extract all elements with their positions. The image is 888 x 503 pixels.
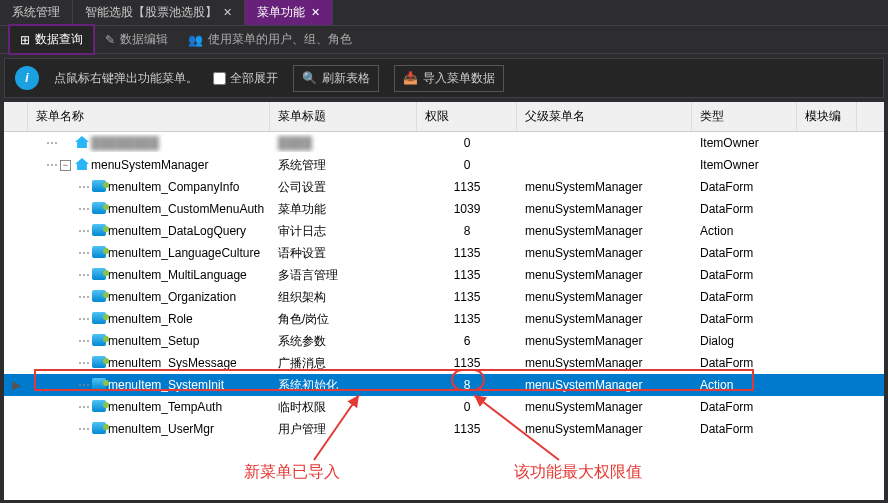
row-name: menuItem_LanguageCulture xyxy=(108,246,260,260)
row-name: menuItem_Setup xyxy=(108,334,199,348)
row-parent: menuSystemManager xyxy=(517,420,692,438)
row-name: menuItem_MultiLanguage xyxy=(108,268,247,282)
sub-tab[interactable]: ⊞数据查询 xyxy=(8,24,95,55)
top-tab[interactable]: 智能选股【股票池选股】✕ xyxy=(73,0,245,25)
table-row[interactable]: ⋯menuItem_Setup系统参数6menuSystemManagerDia… xyxy=(4,330,884,352)
tree-toggle[interactable]: − xyxy=(60,160,71,171)
table-row[interactable]: ⋯menuItem_CompanyInfo公司设置1135menuSystemM… xyxy=(4,176,884,198)
sub-tab[interactable]: ✎数据编辑 xyxy=(95,26,178,53)
user-icon xyxy=(92,400,106,414)
user-icon xyxy=(92,422,106,436)
row-title: 组织架构 xyxy=(270,287,417,308)
row-type: DataForm xyxy=(692,310,797,328)
row-type: DataForm xyxy=(692,266,797,284)
home-icon xyxy=(75,158,89,172)
row-marker: ▶ xyxy=(4,378,28,392)
row-name: menuItem_TempAuth xyxy=(108,400,222,414)
row-title: 系统初始化 xyxy=(270,375,417,396)
header-type[interactable]: 类型 xyxy=(692,102,797,131)
row-name: menuItem_SysMessage xyxy=(108,356,237,370)
sub-tabs: ⊞数据查询✎数据编辑👥使用菜单的用户、组、角色 xyxy=(0,26,888,54)
close-icon[interactable]: ✕ xyxy=(223,6,232,19)
user-icon xyxy=(92,312,106,326)
row-auth: 1039 xyxy=(417,200,517,218)
expand-all-checkbox[interactable]: 全部展开 xyxy=(213,70,278,87)
header-title[interactable]: 菜单标题 xyxy=(270,102,417,131)
row-type: DataForm xyxy=(692,200,797,218)
import-icon: 📥 xyxy=(403,71,418,85)
table-row[interactable]: ⋯−menuSystemManager系统管理0ItemOwner xyxy=(4,154,884,176)
close-icon[interactable]: ✕ xyxy=(311,6,320,19)
row-parent xyxy=(517,141,692,145)
import-button[interactable]: 📥 导入菜单数据 xyxy=(394,65,504,92)
row-type: DataForm xyxy=(692,420,797,438)
table-row[interactable]: ⋯menuItem_MultiLanguage多语言管理1135menuSyst… xyxy=(4,264,884,286)
user-icon xyxy=(92,224,106,238)
table-row[interactable]: ⋯menuItem_CustomMenuAuth菜单功能1039menuSyst… xyxy=(4,198,884,220)
row-auth: 0 xyxy=(417,398,517,416)
header-parent[interactable]: 父级菜单名 xyxy=(517,102,692,131)
table-row[interactable]: ⋯menuItem_SysMessage广播消息1135menuSystemMa… xyxy=(4,352,884,374)
row-parent: menuSystemManager xyxy=(517,266,692,284)
row-parent: menuSystemManager xyxy=(517,222,692,240)
header-mod[interactable]: 模块编 xyxy=(797,102,857,131)
top-tabs: 系统管理智能选股【股票池选股】✕菜单功能✕ xyxy=(0,0,888,26)
row-auth: 1135 xyxy=(417,420,517,438)
top-tab[interactable]: 菜单功能✕ xyxy=(245,0,333,25)
table-row[interactable]: ▶⋯menuItem_SystemInit系统初始化8menuSystemMan… xyxy=(4,374,884,396)
row-title: 用户管理 xyxy=(270,419,417,440)
row-title: 菜单功能 xyxy=(270,199,417,220)
row-title: 角色/岗位 xyxy=(270,309,417,330)
row-auth: 1135 xyxy=(417,178,517,196)
header-auth[interactable]: 权限 xyxy=(417,102,517,131)
user-icon xyxy=(92,180,106,194)
user-icon xyxy=(92,334,106,348)
row-auth: 6 xyxy=(417,332,517,350)
row-auth: 0 xyxy=(417,134,517,152)
user-icon xyxy=(92,202,106,216)
user-icon xyxy=(92,268,106,282)
row-title: 语种设置 xyxy=(270,243,417,264)
expand-all-input[interactable] xyxy=(213,72,226,85)
user-icon xyxy=(92,356,106,370)
top-tab[interactable]: 系统管理 xyxy=(0,0,73,25)
row-auth: 8 xyxy=(417,376,517,394)
table-row[interactable]: ⋯menuItem_Organization组织架构1135menuSystem… xyxy=(4,286,884,308)
table-row[interactable]: ⋯menuItem_UserMgr用户管理1135menuSystemManag… xyxy=(4,418,884,440)
user-icon xyxy=(92,290,106,304)
row-name: menuItem_CustomMenuAuth xyxy=(108,202,264,216)
row-type: Action xyxy=(692,376,797,394)
table-row[interactable]: ⋯████████████0ItemOwner xyxy=(4,132,884,154)
row-type: ItemOwner xyxy=(692,134,797,152)
row-parent: menuSystemManager xyxy=(517,178,692,196)
row-title: 广播消息 xyxy=(270,353,417,374)
info-icon: i xyxy=(15,66,39,90)
row-type: DataForm xyxy=(692,354,797,372)
row-parent: menuSystemManager xyxy=(517,288,692,306)
row-type: ItemOwner xyxy=(692,156,797,174)
user-icon xyxy=(92,246,106,260)
table-row[interactable]: ⋯menuItem_Role角色/岗位1135menuSystemManager… xyxy=(4,308,884,330)
row-parent: menuSystemManager xyxy=(517,332,692,350)
search-icon: 🔍 xyxy=(302,71,317,85)
row-title: 临时权限 xyxy=(270,397,417,418)
row-type: DataForm xyxy=(692,244,797,262)
row-auth: 1135 xyxy=(417,244,517,262)
data-grid: 菜单名称 菜单标题 权限 父级菜单名 类型 模块编 ⋯████████████0… xyxy=(4,102,884,500)
table-row[interactable]: ⋯menuItem_DataLogQuery审计日志8menuSystemMan… xyxy=(4,220,884,242)
row-name: menuItem_Role xyxy=(108,312,193,326)
row-type: DataForm xyxy=(692,288,797,306)
row-title: 系统参数 xyxy=(270,331,417,352)
annotation-right-text: 该功能最大权限值 xyxy=(514,462,642,483)
refresh-button[interactable]: 🔍 刷新表格 xyxy=(293,65,379,92)
annotation-left-text: 新菜单已导入 xyxy=(244,462,340,483)
row-parent: menuSystemManager xyxy=(517,244,692,262)
row-title: 公司设置 xyxy=(270,177,417,198)
table-row[interactable]: ⋯menuItem_LanguageCulture语种设置1135menuSys… xyxy=(4,242,884,264)
sub-tab[interactable]: 👥使用菜单的用户、组、角色 xyxy=(178,26,362,53)
row-title: 系统管理 xyxy=(270,155,417,176)
header-name[interactable]: 菜单名称 xyxy=(28,102,270,131)
row-parent: menuSystemManager xyxy=(517,354,692,372)
table-row[interactable]: ⋯menuItem_TempAuth临时权限0menuSystemManager… xyxy=(4,396,884,418)
row-name: menuItem_CompanyInfo xyxy=(108,180,239,194)
